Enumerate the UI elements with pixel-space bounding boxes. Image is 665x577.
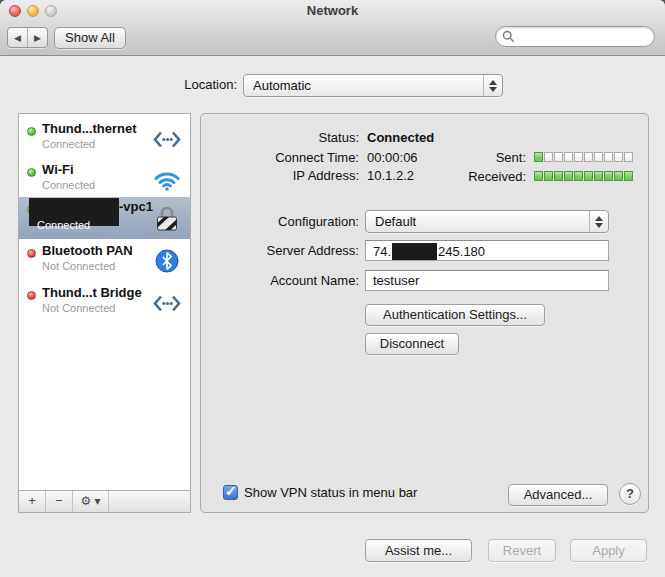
location-label: Location: — [120, 77, 237, 92]
activity-segment — [604, 152, 613, 162]
activity-segment — [594, 171, 603, 181]
server-address-prefix: 74. — [373, 244, 391, 259]
activity-segment — [584, 152, 593, 162]
ethernet-icon — [152, 124, 182, 154]
service-name: -vpc1 — [119, 199, 153, 214]
account-name-field[interactable]: testuser — [365, 270, 609, 291]
status-dot-green — [27, 168, 36, 177]
vpn-detail-panel: Status: Connected Connect Time: 00:00:06… — [200, 113, 649, 513]
activity-segment — [564, 171, 573, 181]
bridge-icon — [152, 288, 182, 318]
server-address-suffix: 245.180 — [438, 244, 485, 259]
disconnect-button[interactable]: Disconnect — [365, 333, 459, 355]
activity-segment — [574, 152, 583, 162]
add-service-button[interactable]: + — [19, 491, 46, 512]
back-button[interactable]: ◀ — [8, 28, 27, 47]
redaction-box — [392, 243, 437, 260]
nav-back-forward: ◀ ▶ — [7, 27, 48, 48]
activity-segment — [554, 152, 563, 162]
service-status: Connected — [42, 138, 95, 150]
gear-menu-button[interactable]: ⚙ ▾ — [73, 491, 109, 512]
help-button[interactable]: ? — [619, 483, 641, 505]
revert-button[interactable]: Revert — [488, 539, 556, 562]
activity-segment — [564, 152, 573, 162]
service-name: Thund...thernet — [42, 121, 137, 136]
popup-stepper-icon — [483, 75, 502, 96]
back-icon: ◀ — [14, 33, 21, 43]
service-row-vpn-selected[interactable]: -vpc1 Connected — [19, 197, 190, 239]
status-label: Status: — [209, 130, 359, 145]
authentication-settings-button[interactable]: Authentication Settings... — [365, 304, 545, 326]
connect-time-value: 00:00:06 — [367, 150, 418, 165]
activity-segment — [584, 171, 593, 181]
server-address-field[interactable]: 74.245.180 — [365, 240, 609, 261]
account-name-label: Account Name: — [209, 273, 359, 288]
ip-address-value: 10.1.2.2 — [367, 168, 414, 183]
activity-segment — [624, 152, 633, 162]
show-vpn-status-row: ✓ Show VPN status in menu bar — [223, 485, 417, 500]
show-vpn-status-label: Show VPN status in menu bar — [244, 485, 417, 500]
connect-time-label: Connect Time: — [209, 150, 359, 165]
window-title: Network — [0, 3, 665, 18]
vpn-lock-icon — [152, 204, 182, 234]
location-popup[interactable]: Automatic — [243, 74, 503, 97]
service-status: Connected — [42, 179, 95, 191]
remove-service-button[interactable]: − — [46, 491, 73, 512]
status-dot-green — [27, 127, 36, 136]
service-name: Bluetooth PAN — [42, 243, 133, 258]
location-value: Automatic — [253, 78, 311, 93]
forward-button[interactable]: ▶ — [27, 28, 47, 47]
service-status: Not Connected — [42, 302, 115, 314]
search-icon — [502, 30, 515, 43]
assist-me-button[interactable]: Assist me... — [365, 539, 472, 562]
configuration-label: Configuration: — [209, 214, 359, 229]
account-name-value: testuser — [373, 273, 419, 288]
configuration-popup[interactable]: Default — [365, 210, 609, 233]
services-footer: + − ⚙ ▾ — [19, 490, 190, 512]
activity-segment — [544, 152, 553, 162]
activity-segment — [534, 152, 543, 162]
wifi-icon — [152, 165, 182, 195]
received-label: Received: — [426, 169, 526, 184]
ip-address-label: IP Address: — [209, 168, 359, 183]
service-row-ethernet[interactable]: Thund...thernet Connected — [19, 119, 190, 160]
activity-segment — [534, 171, 543, 181]
show-all-button[interactable]: Show All — [54, 27, 126, 49]
activity-segment — [604, 171, 613, 181]
service-name: Wi-Fi — [42, 162, 74, 177]
show-vpn-status-checkbox[interactable]: ✓ — [223, 485, 238, 500]
service-status: Not Connected — [42, 260, 115, 272]
network-preferences-window: Network ◀ ▶ Show All Location: Automatic… — [0, 0, 665, 577]
services-list: Thund...thernet Connected Wi-Fi Connecte… — [18, 113, 191, 513]
apply-button[interactable]: Apply — [570, 539, 647, 562]
status-dot-red — [27, 291, 36, 300]
status-dot-red — [27, 249, 36, 258]
service-row-bluetooth-pan[interactable]: Bluetooth PAN Not Connected — [19, 241, 190, 282]
activity-segment — [544, 171, 553, 181]
sent-label: Sent: — [426, 150, 526, 165]
status-value: Connected — [367, 130, 434, 145]
popup-stepper-icon — [589, 211, 608, 232]
activity-segment — [594, 152, 603, 162]
server-address-label: Server Address: — [209, 243, 359, 258]
activity-segment — [554, 171, 563, 181]
activity-segment — [614, 152, 623, 162]
service-row-wifi[interactable]: Wi-Fi Connected — [19, 160, 190, 201]
advanced-button[interactable]: Advanced... — [508, 484, 608, 506]
service-status: Connected — [37, 219, 90, 231]
service-name: Thund...t Bridge — [42, 285, 142, 300]
activity-segment — [624, 171, 633, 181]
sent-activity-bar — [534, 152, 633, 162]
title-toolbar: Network ◀ ▶ Show All — [0, 0, 665, 56]
service-row-thunderbolt-bridge[interactable]: Thund...t Bridge Not Connected — [19, 283, 190, 324]
forward-icon: ▶ — [34, 33, 41, 43]
activity-segment — [614, 171, 623, 181]
received-activity-bar — [534, 171, 633, 181]
search-input[interactable] — [495, 26, 655, 47]
configuration-value: Default — [375, 214, 416, 229]
bluetooth-icon — [152, 246, 182, 276]
activity-segment — [574, 171, 583, 181]
check-icon: ✓ — [225, 483, 237, 499]
